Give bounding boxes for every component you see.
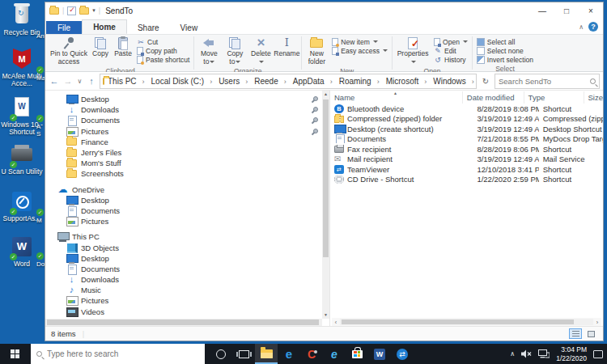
file-row-mail-recipient[interactable]: ✉Mail recipient 3/19/2019 12:49 AM Mail …: [330, 154, 603, 165]
hidden-icons-chevron-icon[interactable]: ∧: [510, 350, 515, 358]
taskbar-search-box[interactable]: [31, 344, 205, 364]
scrollbar-thumb[interactable]: [47, 320, 319, 325]
titlebar[interactable]: | ▾ | SendTo — □ ×: [45, 2, 603, 19]
action-center-icon[interactable]: [593, 350, 603, 358]
breadcrumb-reede[interactable]: Reede: [251, 77, 289, 86]
nav-item-pc-videos[interactable]: Videos: [45, 307, 329, 317]
new-item-button[interactable]: New item: [329, 37, 390, 46]
breadcrumb-users[interactable]: Users: [215, 77, 251, 86]
scrollbar-track[interactable]: [340, 319, 593, 325]
breadcrumb-local-disk[interactable]: Local Disk (C:): [148, 77, 216, 86]
pin-to-quick-access-button[interactable]: Pin to Quick access: [49, 36, 89, 66]
nav-vertical-scrollbar[interactable]: ▲ ▼: [322, 91, 329, 319]
open-button[interactable]: Open: [431, 37, 470, 46]
nav-item-pc-music[interactable]: ♪Music: [45, 285, 329, 295]
nav-item-onedrive[interactable]: ☁OneDrive: [45, 184, 329, 195]
nav-item-pc-documents[interactable]: Documents: [45, 264, 329, 274]
copy-button[interactable]: Copy: [89, 36, 112, 59]
desktop-icon-uscan-utility[interactable]: ✓ U Scan Utility: [0, 144, 44, 176]
search-box[interactable]: [495, 74, 600, 89]
file-row-fax-recipient[interactable]: Fax recipient 8/28/2019 8:06 PM Shortcut: [330, 144, 603, 154]
nav-item-onedrive-pictures[interactable]: Pictures: [45, 216, 329, 226]
paste-button[interactable]: Paste: [112, 36, 134, 59]
file-row-desktop-create-shortcut[interactable]: Desktop (create shortcut) 3/19/2019 12:4…: [330, 124, 603, 134]
delete-button[interactable]: × Delete: [248, 36, 274, 66]
file-horizontal-scrollbar[interactable]: ‹ ›: [332, 318, 601, 326]
file-explorer-button[interactable]: [255, 344, 278, 364]
help-icon[interactable]: ?: [588, 22, 598, 32]
teamviewer-button[interactable]: ⇄: [391, 344, 414, 364]
nav-item-jerrys-files[interactable]: Jerry's Files: [45, 147, 329, 158]
history-button[interactable]: ↺ History: [431, 55, 470, 64]
scrollbar-thumb[interactable]: [342, 320, 574, 324]
forward-icon[interactable]: →: [62, 76, 74, 86]
file-row-bluetooth-device[interactable]: BBluetooth device 8/28/2019 8:08 PM Shor…: [330, 104, 603, 114]
file-row-compressed-folder[interactable]: Compressed (zipped) folder 3/19/2019 12:…: [330, 114, 603, 125]
nav-item-quick-downloads[interactable]: ↓Downloads: [45, 104, 329, 115]
tab-home[interactable]: Home: [82, 19, 127, 34]
close-button[interactable]: ×: [579, 2, 603, 19]
column-header-size[interactable]: Size: [584, 91, 603, 104]
large-icons-view-button[interactable]: [584, 328, 597, 339]
qat-new-folder-icon[interactable]: [79, 7, 89, 15]
invert-selection-button[interactable]: Invert selection: [474, 55, 536, 64]
breadcrumb-windows[interactable]: Windows: [430, 77, 477, 86]
scrollbar-thumb[interactable]: [323, 99, 329, 257]
copy-to-button[interactable]: Copy to: [222, 36, 248, 66]
nav-item-pc-desktop[interactable]: Desktop: [45, 253, 329, 264]
recent-locations-chevron-icon[interactable]: ∨: [76, 78, 83, 85]
select-none-button[interactable]: Select none: [474, 46, 536, 55]
breadcrumb-this-pc[interactable]: This PC: [104, 77, 148, 86]
collapse-ribbon-icon[interactable]: ∧: [579, 23, 584, 31]
nav-item-moms-stuff[interactable]: Mom's Stuff: [45, 158, 329, 168]
tab-share[interactable]: Share: [127, 21, 170, 34]
breadcrumb-roaming[interactable]: Roaming: [336, 77, 383, 86]
nav-item-this-pc[interactable]: This PC: [45, 231, 329, 242]
properties-button[interactable]: Properties: [394, 36, 431, 66]
internet-explorer-button[interactable]: e: [323, 344, 346, 364]
select-all-button[interactable]: Select all: [474, 37, 536, 46]
breadcrumb-appdata[interactable]: AppData: [290, 77, 336, 86]
edit-button[interactable]: ✎ Edit: [431, 46, 470, 55]
column-header-type[interactable]: Type: [524, 91, 584, 104]
edge-button[interactable]: e: [278, 344, 300, 364]
nav-item-quick-desktop[interactable]: Desktop: [45, 94, 329, 104]
easy-access-button[interactable]: Easy access: [329, 46, 390, 55]
qat-properties-icon[interactable]: [67, 6, 76, 15]
clock[interactable]: 3:04 PM 1/22/2020: [556, 345, 587, 362]
rename-button[interactable]: I Rename: [274, 36, 299, 59]
file-row-cd-drive-shortcut[interactable]: CD Drive - Shortcut 1/22/2020 2:59 PM Sh…: [330, 175, 603, 185]
nav-item-quick-documents[interactable]: Documents: [45, 115, 329, 125]
up-icon[interactable]: ↑: [86, 76, 97, 86]
file-row-documents[interactable]: Documents 7/21/2018 8:55 PM MyDocs Drop …: [330, 134, 603, 145]
search-input[interactable]: [499, 77, 588, 86]
taskbar-search-input[interactable]: [47, 349, 199, 358]
move-to-button[interactable]: Move to: [196, 36, 222, 66]
task-view-button[interactable]: [232, 344, 255, 364]
scroll-left-icon[interactable]: ‹: [332, 320, 340, 325]
back-icon[interactable]: ←: [49, 76, 60, 86]
breadcrumb[interactable]: This PC Local Disk (C:) Users Reede AppD…: [100, 74, 477, 89]
scroll-down-icon[interactable]: ▼: [322, 311, 329, 319]
tab-file[interactable]: File: [46, 21, 82, 34]
start-button[interactable]: [0, 344, 31, 364]
nav-item-3d-objects[interactable]: 3D Objects: [45, 242, 329, 252]
qat-customize-chevron-icon[interactable]: ▾: [92, 7, 96, 14]
refresh-icon[interactable]: ↻: [479, 77, 492, 86]
nav-item-quick-pictures[interactable]: Pictures: [45, 126, 329, 137]
word-button[interactable]: W: [368, 344, 391, 364]
ccleaner-button[interactable]: C: [300, 344, 323, 364]
network-icon[interactable]: [538, 349, 550, 358]
paste-shortcut-button[interactable]: Paste shortcut: [134, 55, 192, 64]
microsoft-store-button[interactable]: [346, 344, 368, 364]
nav-item-pc-pictures[interactable]: Pictures: [45, 295, 329, 306]
nav-item-finance[interactable]: Finance: [45, 137, 329, 147]
file-row-teamviewer[interactable]: ⇄TeamViewer 12/10/2018 3:41 PM Shortcut: [330, 164, 603, 175]
nav-item-onedrive-desktop[interactable]: Desktop: [45, 195, 329, 205]
tab-view[interactable]: View: [170, 21, 209, 34]
nav-horizontal-scrollbar[interactable]: [45, 319, 322, 326]
volume-muted-icon[interactable]: [521, 349, 532, 358]
cortana-button[interactable]: [210, 344, 232, 364]
maximize-button[interactable]: □: [554, 2, 579, 19]
column-header-date-modified[interactable]: Date modified: [463, 91, 524, 104]
